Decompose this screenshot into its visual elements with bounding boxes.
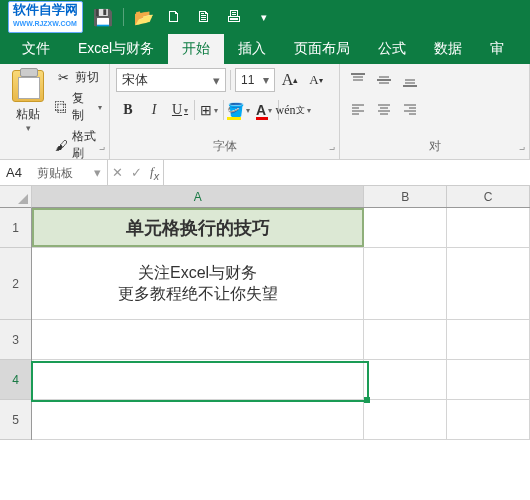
cell-A4[interactable] (32, 360, 364, 399)
font-sep2 (194, 100, 195, 120)
clipboard-group-label: 剪贴板 (6, 163, 103, 184)
row-header-1[interactable]: 1 (0, 208, 31, 248)
align-bottom-button[interactable] (398, 68, 422, 92)
cell-A3[interactable] (32, 320, 364, 359)
font-sep3 (223, 100, 224, 120)
row-header-2[interactable]: 2 (0, 248, 31, 320)
cell-A2-line1: 关注Excel与财务 (138, 263, 257, 284)
clipboard-group: 粘贴 ▾ ✂剪切 ⿻复制▾ 🖌格式刷 剪贴板 (0, 64, 110, 159)
font-separator (230, 70, 231, 90)
ribbon-tabs: 文件 Excel与财务 开始 插入 页面布局 公式 数据 审 (0, 34, 530, 64)
cell-A5[interactable] (32, 400, 364, 439)
font-group: 宋体 11 A▴ A▾ B I U ⊞ 🪣 A wén文 字体 (110, 64, 340, 159)
qat-customize-icon[interactable]: ▾ (254, 11, 274, 24)
cell-C4[interactable] (447, 360, 530, 399)
cells-area: 单元格换行的技巧 关注Excel与财务 更多教程绝不让你失望 (32, 208, 530, 500)
col-header-A[interactable]: A (32, 186, 364, 207)
copy-icon: ⿻ (55, 99, 68, 115)
alignment-group: 对 (340, 64, 530, 159)
cell-A2-line2: 更多教程绝不让你失望 (118, 284, 278, 305)
open-icon[interactable]: 📂 (134, 8, 154, 27)
cell-B3[interactable] (364, 320, 447, 359)
cell-B1[interactable] (364, 208, 447, 247)
cell-B2[interactable] (364, 248, 447, 319)
font-size-select[interactable]: 11 (235, 68, 275, 92)
row-5 (32, 400, 530, 440)
bold-button[interactable]: B (116, 98, 140, 122)
cut-label: 剪切 (75, 69, 99, 86)
paste-icon (12, 70, 44, 102)
spreadsheet-grid: A B C 1 2 3 4 5 单元格换行的技巧 关注Excel与财务 更多教程… (0, 186, 530, 500)
watermark-text: 软件自学网 (13, 2, 78, 17)
tab-home[interactable]: 开始 (168, 34, 224, 64)
paste-label: 粘贴 (16, 106, 40, 123)
col-header-C[interactable]: C (447, 186, 530, 207)
qat-separator (123, 8, 124, 26)
cell-C2[interactable] (447, 248, 530, 319)
save-icon[interactable]: 💾 (93, 8, 113, 27)
increase-font-button[interactable]: A▴ (279, 69, 301, 91)
cell-B4[interactable] (364, 360, 447, 399)
font-group-label: 字体 (116, 136, 333, 157)
row-1: 单元格换行的技巧 (32, 208, 530, 248)
watermark-logo: 软件自学网 WWW.RJZXW.COM (8, 1, 83, 33)
cell-C5[interactable] (447, 400, 530, 439)
row-4 (32, 360, 530, 400)
print-preview-icon[interactable]: 🗎 (194, 8, 214, 26)
insert-function-button[interactable]: fx (150, 164, 159, 182)
align-top-button[interactable] (346, 68, 370, 92)
cell-A1[interactable]: 单元格换行的技巧 (32, 208, 364, 247)
format-painter-icon: 🖌 (55, 137, 68, 153)
align-right-button[interactable] (398, 98, 422, 122)
quick-print-icon[interactable]: 🖶 (224, 8, 244, 26)
copy-label: 复制 (72, 90, 92, 124)
cancel-formula-button[interactable]: ✕ (112, 165, 123, 180)
ribbon: 粘贴 ▾ ✂剪切 ⿻复制▾ 🖌格式刷 剪贴板 宋体 11 A▴ A▾ B I (0, 64, 530, 160)
paste-dropdown-icon: ▾ (26, 123, 31, 133)
tab-review[interactable]: 审 (476, 34, 518, 64)
border-button[interactable]: ⊞ (197, 98, 221, 122)
cell-B5[interactable] (364, 400, 447, 439)
format-painter-button[interactable]: 🖌格式刷 (54, 127, 103, 163)
copy-button[interactable]: ⿻复制▾ (54, 89, 103, 125)
cell-C3[interactable] (447, 320, 530, 359)
row-headers: 1 2 3 4 5 (0, 208, 32, 440)
row-2: 关注Excel与财务 更多教程绝不让你失望 (32, 248, 530, 320)
underline-button[interactable]: U (168, 98, 192, 122)
alignment-group-label: 对 (346, 136, 523, 157)
font-name-value: 宋体 (122, 71, 148, 89)
paste-button[interactable]: 粘贴 ▾ (6, 68, 50, 163)
row-3 (32, 320, 530, 360)
col-header-B[interactable]: B (364, 186, 447, 207)
watermark-url: WWW.RJZXW.COM (13, 17, 78, 31)
cell-A2[interactable]: 关注Excel与财务 更多教程绝不让你失望 (32, 248, 364, 319)
align-middle-button[interactable] (372, 68, 396, 92)
align-center-button[interactable] (372, 98, 396, 122)
decrease-font-button[interactable]: A▾ (305, 69, 327, 91)
tab-insert[interactable]: 插入 (224, 34, 280, 64)
font-name-select[interactable]: 宋体 (116, 68, 226, 92)
title-bar: 软件自学网 WWW.RJZXW.COM 💾 📂 🗋 🗎 🖶 ▾ (0, 0, 530, 34)
tab-excel-finance[interactable]: Excel与财务 (64, 34, 168, 64)
select-all-button[interactable] (0, 186, 32, 208)
tab-data[interactable]: 数据 (420, 34, 476, 64)
tab-file[interactable]: 文件 (8, 34, 64, 64)
formula-input[interactable] (164, 160, 530, 185)
row-header-4[interactable]: 4 (0, 360, 31, 400)
row-header-3[interactable]: 3 (0, 320, 31, 360)
cell-C1[interactable] (447, 208, 530, 247)
font-color-button[interactable]: A (252, 98, 276, 122)
new-icon[interactable]: 🗋 (164, 8, 184, 26)
column-headers: A B C (32, 186, 530, 208)
align-left-button[interactable] (346, 98, 370, 122)
phonetic-button[interactable]: wén文 (281, 98, 305, 122)
row-header-5[interactable]: 5 (0, 400, 31, 440)
font-size-value: 11 (241, 73, 254, 87)
cut-icon: ✂ (55, 70, 71, 86)
cut-button[interactable]: ✂剪切 (54, 68, 103, 87)
tab-formula[interactable]: 公式 (364, 34, 420, 64)
italic-button[interactable]: I (142, 98, 166, 122)
enter-formula-button[interactable]: ✓ (131, 165, 142, 180)
fill-color-button[interactable]: 🪣 (226, 98, 250, 122)
tab-page-layout[interactable]: 页面布局 (280, 34, 364, 64)
